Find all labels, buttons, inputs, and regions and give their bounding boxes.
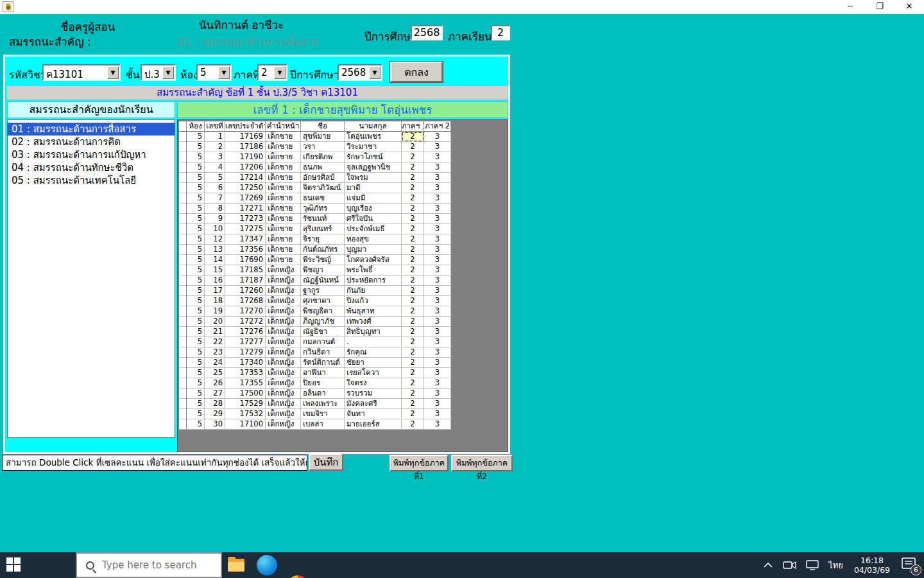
record-selector-cell[interactable] xyxy=(179,245,187,255)
chrome-browser-icon[interactable] xyxy=(287,575,308,578)
score-cell[interactable]: 3 xyxy=(424,173,451,183)
score-cell[interactable]: 3 xyxy=(424,255,451,265)
competency-list-item[interactable]: 03 : สมรรถนะด้านการแก้ปัญหา xyxy=(8,148,175,161)
record-selector-cell[interactable] xyxy=(179,337,187,347)
score-cell[interactable]: 3 xyxy=(424,296,451,306)
score-cell[interactable]: 2 xyxy=(402,286,424,296)
record-selector-cell[interactable] xyxy=(179,204,187,214)
chevron-down-icon[interactable]: ▼ xyxy=(107,66,119,79)
grade-combobox[interactable]: ป.3 ▼ xyxy=(141,64,176,81)
score-cell[interactable]: 2 xyxy=(402,276,424,286)
score-cell[interactable]: 3 xyxy=(424,245,451,255)
score-grid[interactable]: ห้องเลขที่เลขประจำตัวคำนำหน้าชื่อนามสกุล… xyxy=(177,119,508,452)
score-cell[interactable]: 2 xyxy=(402,327,424,337)
score-cell[interactable]: 3 xyxy=(424,286,451,296)
score-cell[interactable]: 2 xyxy=(402,306,424,317)
chevron-down-icon[interactable]: ▼ xyxy=(218,66,230,79)
year-field[interactable]: 2568 xyxy=(411,25,443,40)
record-selector-cell[interactable] xyxy=(179,286,187,296)
subject-combobox[interactable]: ค13101 ▼ xyxy=(42,64,121,81)
score-cell[interactable]: 2 xyxy=(402,152,424,162)
semester-field[interactable]: 2 xyxy=(491,25,510,40)
score-cell[interactable]: 2 xyxy=(402,132,424,142)
print-term1-button[interactable]: พิมพ์ทุกข้อภาคที่1 xyxy=(389,455,449,471)
filter-year-combobox[interactable]: 2568 ▼ xyxy=(338,64,382,81)
score-cell[interactable]: 3 xyxy=(424,193,451,204)
record-selector-cell[interactable] xyxy=(179,234,187,245)
score-cell[interactable]: 2 xyxy=(402,389,424,399)
score-cell[interactable]: 2 xyxy=(402,193,424,204)
score-cell[interactable]: 2 xyxy=(402,358,424,368)
score-cell[interactable]: 3 xyxy=(424,306,451,317)
record-selector-cell[interactable] xyxy=(179,409,187,419)
room-combobox[interactable]: 5 ▼ xyxy=(196,64,232,81)
score-cell[interactable]: 3 xyxy=(424,204,451,214)
score-cell[interactable]: 2 xyxy=(402,214,424,224)
record-selector-cell[interactable] xyxy=(179,255,187,265)
score-cell[interactable]: 3 xyxy=(424,337,451,347)
edge-browser-icon[interactable] xyxy=(257,555,277,575)
record-selector-cell[interactable] xyxy=(179,276,187,286)
score-cell[interactable]: 3 xyxy=(424,317,451,327)
score-cell[interactable]: 3 xyxy=(424,142,451,152)
record-selector-cell[interactable] xyxy=(179,347,187,358)
record-selector-cell[interactable] xyxy=(179,389,187,399)
score-cell[interactable]: 2 xyxy=(402,317,424,327)
score-cell[interactable]: 3 xyxy=(424,368,451,378)
record-selector-cell[interactable] xyxy=(179,378,187,389)
file-explorer-icon[interactable] xyxy=(226,555,246,575)
save-button[interactable]: บันทึก xyxy=(309,453,343,471)
record-selector-cell[interactable] xyxy=(179,399,187,409)
chevron-down-icon[interactable]: ▼ xyxy=(369,66,381,79)
score-cell[interactable]: 2 xyxy=(402,265,424,276)
score-cell[interactable]: 3 xyxy=(424,234,451,245)
score-cell[interactable]: 3 xyxy=(424,132,451,142)
record-selector-cell[interactable] xyxy=(179,358,187,368)
record-selector-cell[interactable] xyxy=(179,162,187,173)
score-cell[interactable]: 2 xyxy=(402,183,424,193)
close-button[interactable]: ✕ xyxy=(894,0,924,14)
score-cell[interactable]: 3 xyxy=(424,276,451,286)
network-display-icon[interactable] xyxy=(805,559,819,571)
record-selector-cell[interactable] xyxy=(179,132,187,142)
term-combobox[interactable]: 2 ▼ xyxy=(257,64,287,81)
record-selector-cell[interactable] xyxy=(179,265,187,276)
competency-list-item[interactable]: 05 : สมรรถนะด้านเทคโนโลยี xyxy=(8,174,175,187)
restore-button[interactable]: ❐ xyxy=(865,0,894,14)
record-selector-cell[interactable] xyxy=(179,327,187,337)
score-cell[interactable]: 3 xyxy=(424,224,451,234)
tray-chevron-up-icon[interactable] xyxy=(763,562,773,568)
score-cell[interactable]: 2 xyxy=(402,296,424,306)
score-cell[interactable]: 3 xyxy=(424,152,451,162)
score-cell[interactable]: 3 xyxy=(424,183,451,193)
score-cell[interactable]: 3 xyxy=(424,399,451,409)
score-cell[interactable]: 3 xyxy=(424,265,451,276)
language-indicator[interactable]: ไทย xyxy=(828,559,843,572)
record-selector-cell[interactable] xyxy=(179,306,187,317)
record-selector-cell[interactable] xyxy=(179,296,187,306)
record-selector-cell[interactable] xyxy=(179,152,187,162)
score-cell[interactable]: 2 xyxy=(402,142,424,152)
score-cell[interactable]: 3 xyxy=(424,419,451,430)
score-cell[interactable]: 2 xyxy=(402,224,424,234)
score-cell[interactable]: 3 xyxy=(424,389,451,399)
record-selector-cell[interactable] xyxy=(179,317,187,327)
score-cell[interactable]: 2 xyxy=(402,337,424,347)
competency-list-item[interactable]: 04 : สมรรถนะด้านทักษะชีวิต xyxy=(8,161,175,174)
record-selector-cell[interactable] xyxy=(179,368,187,378)
chevron-down-icon[interactable]: ▼ xyxy=(274,66,286,79)
score-cell[interactable]: 3 xyxy=(424,327,451,337)
score-cell[interactable]: 3 xyxy=(424,358,451,368)
score-cell[interactable]: 2 xyxy=(402,347,424,358)
score-cell[interactable]: 2 xyxy=(402,368,424,378)
notification-icon[interactable]: 6 xyxy=(901,557,918,574)
start-button-icon[interactable] xyxy=(6,557,22,573)
ok-button[interactable]: ตกลง xyxy=(390,62,443,82)
record-selector-cell[interactable] xyxy=(179,419,187,430)
competency-listbox[interactable]: 01 : สมรรถนะด้านการสื่อสาร02 : สมรรถนะด้… xyxy=(7,119,175,438)
record-selector-cell[interactable] xyxy=(179,142,187,152)
meet-now-icon[interactable] xyxy=(782,559,796,571)
score-cell[interactable]: 2 xyxy=(402,204,424,214)
record-selector-cell[interactable] xyxy=(179,193,187,204)
taskbar-clock[interactable]: 16:18 04/03/69 xyxy=(852,556,892,575)
